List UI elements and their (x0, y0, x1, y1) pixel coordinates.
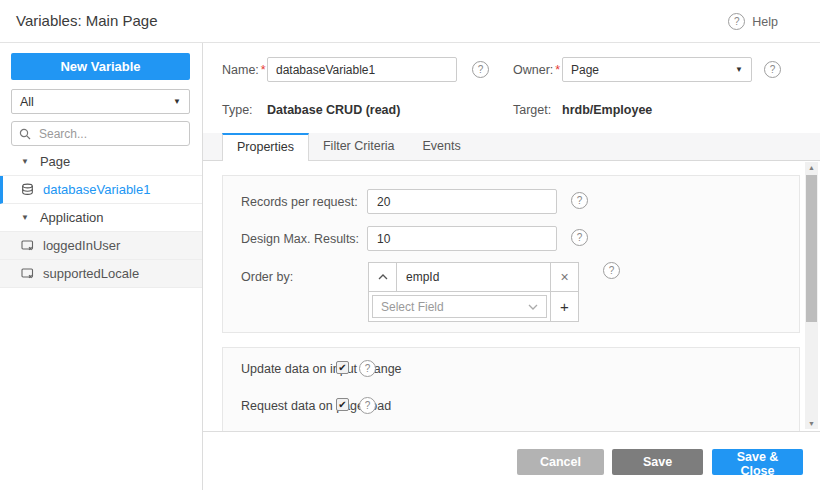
type-value: Database CRUD (read) (267, 103, 400, 117)
target-value: hrdb/Employee (562, 103, 652, 117)
variables-tree: ▼ Page databaseVariable1 ▼ Application (0, 148, 202, 288)
dialog-footer: Cancel Save Save & Close (203, 431, 820, 490)
tree-item-label: databaseVariable1 (43, 182, 150, 197)
owner-help-icon[interactable]: ? (764, 61, 781, 78)
check-icon: ✔ (338, 400, 346, 410)
check-icon: ✔ (338, 363, 346, 373)
tree-group-label: Page (40, 154, 70, 169)
tree-item-loggedinuser[interactable]: loggedInUser (0, 232, 202, 260)
tree-group-page[interactable]: ▼ Page (0, 148, 202, 176)
dialog-header: Variables: Main Page ? Help (0, 0, 820, 43)
owner-value: Page (571, 63, 599, 77)
select-field-placeholder: Select Field (381, 300, 444, 314)
vertical-scrollbar[interactable]: ▲ ▼ (805, 162, 818, 429)
search-icon (19, 128, 31, 140)
tree-item-label: loggedInUser (43, 238, 120, 253)
help-button[interactable]: ? Help (728, 13, 778, 30)
request-on-load-checkbox[interactable]: ✔ (336, 398, 349, 411)
records-per-request-label: Records per request: (241, 195, 358, 209)
static-variable-icon (20, 267, 34, 281)
tab-bar: Properties Filter Criteria Events (203, 133, 820, 161)
select-field-dropdown[interactable]: Select Field (372, 295, 547, 318)
variable-filter-value: All (20, 95, 34, 109)
save-button[interactable]: Save (612, 449, 703, 475)
design-max-results-help-icon[interactable]: ? (571, 229, 588, 246)
variable-filter-select[interactable]: All ▼ (11, 89, 190, 114)
target-label: Target: (513, 103, 551, 117)
order-by-field-value[interactable]: empId (397, 263, 550, 291)
update-on-input-help-icon[interactable]: ? (359, 360, 376, 377)
help-icon: ? (728, 13, 745, 30)
data-settings-panel: Records per request: ? Design Max. Resul… (222, 175, 800, 333)
save-close-button[interactable]: Save & Close (712, 449, 803, 475)
cancel-button[interactable]: Cancel (517, 449, 604, 475)
tab-filter-criteria[interactable]: Filter Criteria (309, 133, 409, 160)
records-per-request-input[interactable] (367, 189, 557, 214)
collapse-icon[interactable]: ▼ (21, 157, 29, 166)
add-order-field-row: Select Field + (368, 292, 579, 322)
tree-item-label: supportedLocale (43, 266, 139, 281)
required-marker: * (553, 63, 560, 77)
chevron-up-icon (378, 274, 388, 280)
scroll-up-icon[interactable]: ▲ (805, 164, 818, 171)
properties-tab-panel: Records per request: ? Design Max. Resul… (203, 161, 805, 431)
order-by-label: Order by: (241, 270, 293, 284)
scroll-down-icon[interactable]: ▼ (805, 420, 818, 427)
tab-events[interactable]: Events (409, 133, 475, 160)
tree-item-databasevariable1[interactable]: databaseVariable1 (0, 176, 202, 204)
variables-dialog: Variables: Main Page ? Help New Variable… (0, 0, 820, 490)
tree-group-application[interactable]: ▼ Application (0, 204, 202, 232)
name-label: Name:* (222, 63, 266, 77)
chevron-down-icon (528, 304, 538, 310)
remove-order-field-button[interactable]: × (550, 263, 578, 291)
chevron-down-icon: ▼ (173, 97, 181, 106)
sidebar: New Variable All ▼ ▼ Page (0, 43, 203, 490)
help-label: Help (752, 15, 778, 29)
owner-select[interactable]: Page ▼ (562, 57, 752, 82)
scrollbar-thumb[interactable] (806, 175, 817, 322)
order-by-row: empId × (368, 262, 579, 292)
tab-properties[interactable]: Properties (222, 133, 309, 161)
new-variable-button[interactable]: New Variable (11, 53, 190, 80)
chevron-down-icon: ▼ (735, 65, 743, 74)
order-by-help-icon[interactable]: ? (603, 262, 620, 279)
update-on-input-checkbox[interactable]: ✔ (336, 361, 349, 374)
tree-group-label: Application (40, 210, 104, 225)
update-on-input-label: Update data on input change (241, 361, 402, 377)
select-field-wrap: Select Field (369, 292, 550, 321)
design-max-results-label: Design Max. Results: (241, 232, 359, 246)
request-on-load-help-icon[interactable]: ? (359, 397, 376, 414)
type-label: Type: (222, 103, 253, 117)
behavior-panel: Update data on input change ✔ ? Request … (222, 347, 800, 431)
records-per-request-help-icon[interactable]: ? (571, 192, 588, 209)
tree-item-supportedlocale[interactable]: supportedLocale (0, 260, 202, 288)
static-variable-icon (20, 239, 34, 253)
order-by-widget: empId × Select Field + (368, 262, 579, 322)
add-order-field-button[interactable]: + (550, 292, 578, 321)
page-title: Variables: Main Page (16, 12, 157, 29)
name-input[interactable] (267, 57, 457, 82)
sort-direction-toggle[interactable] (369, 263, 397, 291)
design-max-results-input[interactable] (367, 226, 557, 251)
required-marker: * (259, 63, 266, 77)
collapse-icon[interactable]: ▼ (21, 213, 29, 222)
owner-label: Owner:* (513, 63, 560, 77)
name-help-icon[interactable]: ? (472, 61, 489, 78)
search-input[interactable] (37, 126, 182, 142)
search-box[interactable] (11, 121, 190, 146)
database-variable-icon (20, 183, 34, 197)
